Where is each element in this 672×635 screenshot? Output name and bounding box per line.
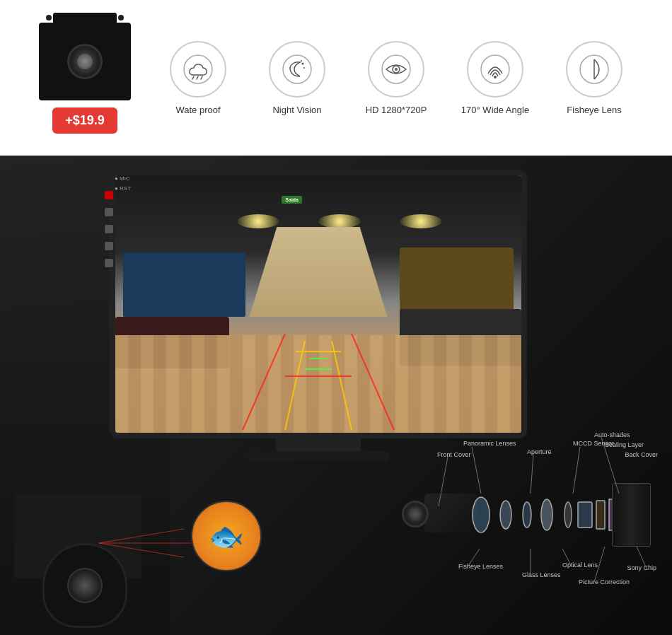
power-button[interactable]	[105, 191, 113, 199]
svg-point-27	[500, 501, 511, 529]
wide-angle-icon	[467, 41, 523, 98]
annotation-optical-lens: Optical Lens	[562, 561, 598, 569]
waterproof-icon	[170, 41, 226, 98]
svg-point-4	[283, 55, 311, 83]
mic-label: ● MIC	[115, 175, 130, 182]
hd-icon	[368, 41, 424, 98]
svg-rect-31	[578, 502, 592, 528]
wide-angle-label: 170° Wide Angle	[461, 105, 529, 115]
rst-label: ● RST	[115, 185, 131, 192]
night-vision-icon	[269, 41, 325, 98]
feature-wide-angle: 170° Wide Angle	[449, 41, 541, 115]
svg-point-28	[523, 502, 531, 528]
top-section: +$19.9 Wate proof	[0, 0, 672, 156]
diagram-camera-body	[424, 494, 477, 532]
svg-point-6	[303, 67, 305, 69]
price-badge[interactable]: +$19.9	[52, 107, 117, 134]
svg-point-0	[184, 55, 212, 83]
bottom-section: Saida	[0, 156, 672, 635]
svg-point-7	[301, 60, 302, 62]
fisheye-icon	[566, 41, 622, 98]
diagram-back-cover	[612, 483, 651, 547]
feature-fisheye: Fisheye Lens	[548, 41, 640, 115]
feature-night-vision: Night Vision	[251, 41, 343, 115]
hd-label: HD 1280*720P	[366, 105, 427, 115]
svg-point-10	[395, 68, 398, 71]
svg-point-30	[564, 502, 572, 528]
small-camera-bottom	[42, 543, 127, 628]
vol-up-button[interactable]	[105, 242, 113, 250]
annotation-panoramic-lenses: Panoramic Lenses	[463, 440, 516, 447]
annotation-sony-chip: Sony Chip	[627, 564, 656, 571]
annotation-auto-shades: Auto-shades	[594, 431, 630, 438]
feature-hd: HD 1280*720P	[350, 41, 442, 115]
svg-line-2	[197, 76, 198, 79]
home-button[interactable]	[105, 208, 113, 216]
svg-point-12	[494, 76, 497, 78]
camera-thumbnail-area: +$19.9	[21, 23, 149, 134]
monitor-side-buttons	[105, 191, 113, 267]
garage-scene: Saida	[115, 175, 521, 433]
camera-lens-thumb	[67, 44, 103, 79]
annotation-sealing-layer: Sealing Layer	[605, 441, 644, 448]
svg-point-29	[541, 499, 552, 530]
annotation-glass-lenses: Glass Lenses	[522, 571, 561, 578]
svg-point-11	[481, 55, 509, 83]
annotation-front-cover: Front Cover	[437, 451, 471, 458]
camera-mount	[53, 13, 117, 24]
lens-elements-svg	[470, 487, 626, 543]
feature-waterproof: Wate proof	[152, 41, 244, 115]
svg-rect-32	[596, 501, 605, 529]
svg-line-3	[201, 76, 202, 79]
waterproof-label: Wate proof	[175, 105, 220, 115]
camera-diagram: Panoramic Lenses Aperture MCCD Sensor Au…	[354, 430, 658, 621]
svg-point-5	[302, 62, 304, 64]
camera-image	[39, 23, 131, 100]
fisheye-label: Fisheye Lens	[567, 105, 621, 115]
annotation-back-cover: Back Cover	[625, 451, 658, 458]
svg-point-26	[473, 497, 489, 532]
nav-button[interactable]	[105, 225, 113, 233]
svg-line-1	[192, 76, 194, 79]
diagram-camera-front-lens	[402, 501, 429, 528]
night-vision-label: Night Vision	[272, 105, 321, 115]
saida-sign: Saida	[282, 196, 302, 204]
fisheye-duck-demo: 🐟	[191, 501, 262, 571]
features-row: Wate proof Night Vision	[149, 41, 644, 115]
monitor-display: Saida	[110, 170, 527, 438]
annotation-fisheye-lenses: Fisheye Lenses	[458, 563, 503, 570]
vol-down-button[interactable]	[105, 259, 113, 267]
annotation-aperture: Aperture	[527, 448, 552, 455]
annotation-picture-correction: Picture Correction	[579, 578, 630, 586]
